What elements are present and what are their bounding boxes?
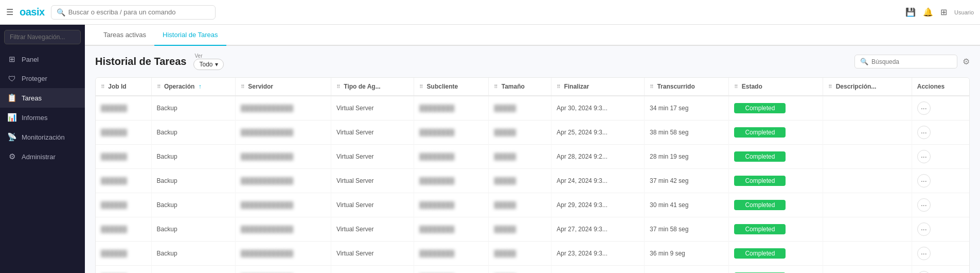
table-row: ██████ Backup ████████████ Virtual Serve… xyxy=(96,145,969,169)
action-button-7[interactable]: ··· xyxy=(917,271,931,273)
cell-estado-5: Completed xyxy=(729,217,823,242)
table-row: ██████ Backup ████████████ Virtual Serve… xyxy=(96,217,969,242)
col-header-tipo-ag: ⠿ Tipo de Ag... xyxy=(331,78,414,96)
cell-operacion-0: Backup xyxy=(151,96,235,121)
cell-servidor-4: ████████████ xyxy=(235,193,331,217)
cell-operacion-7: Backup xyxy=(151,266,235,274)
cell-descripcion-2 xyxy=(823,145,912,169)
sidebar-item-label-tareas: Tareas xyxy=(22,94,42,102)
tasks-table: ⠿ Job Id ⠿ Operación ↑ ⠿ Servidor xyxy=(96,78,969,273)
action-button-4[interactable]: ··· xyxy=(917,198,931,212)
cell-tamano-3: █████ xyxy=(489,169,551,193)
sidebar-item-label-informes: Informes xyxy=(22,114,48,122)
sidebar-item-panel[interactable]: ⊞ Panel xyxy=(0,49,85,69)
drag-handle-estado[interactable]: ⠿ xyxy=(734,84,738,90)
sidebar-item-label-panel: Panel xyxy=(22,56,39,63)
status-badge-4: Completed xyxy=(734,200,786,210)
action-button-0[interactable]: ··· xyxy=(917,101,931,115)
cell-tipo-ag-5: Virtual Server xyxy=(331,217,414,242)
status-badge-0: Completed xyxy=(734,103,786,113)
monitor-icon: 📡 xyxy=(7,132,16,142)
cell-operacion-6: Backup xyxy=(151,242,235,266)
cell-acciones-5: ··· xyxy=(912,217,969,242)
panel-icon: ⊞ xyxy=(7,55,16,64)
bell-icon[interactable]: 🔔 xyxy=(923,7,933,17)
sidebar-item-administrar[interactable]: ⚙ Administrar xyxy=(0,147,85,166)
table-search-input[interactable] xyxy=(871,58,952,65)
cell-tamano-1: █████ xyxy=(489,121,551,145)
cell-servidor-0: ████████████ xyxy=(235,96,331,121)
cell-transcurrido-5: 37 min 58 seg xyxy=(645,217,729,242)
cell-tipo-ag-1: Virtual Server xyxy=(331,121,414,145)
col-header-job-id: ⠿ Job Id xyxy=(96,78,151,96)
page-title: Historial de Tareas xyxy=(95,56,186,67)
action-button-1[interactable]: ··· xyxy=(917,126,931,139)
cell-tipo-ag-6: Virtual Server xyxy=(331,242,414,266)
table-row: ██████ Backup ████████████ Virtual Serve… xyxy=(96,169,969,193)
sidebar-item-monitorizacion[interactable]: 📡 Monitorización xyxy=(0,127,85,147)
cell-estado-0: Completed xyxy=(729,96,823,121)
grid-icon[interactable]: ⊞ xyxy=(940,7,947,17)
cell-subcliente-6: ████████ xyxy=(414,242,489,266)
save-icon[interactable]: 💾 xyxy=(905,7,916,17)
cell-tipo-ag-2: Virtual Server xyxy=(331,145,414,169)
cell-descripcion-5 xyxy=(823,217,912,242)
search-icon: 🔍 xyxy=(57,8,65,16)
cell-descripcion-7 xyxy=(823,266,912,274)
action-button-2[interactable]: ··· xyxy=(917,150,931,163)
cell-subcliente-5: ████████ xyxy=(414,217,489,242)
gear-icon[interactable]: ⚙ xyxy=(963,57,970,66)
drag-handle-servidor[interactable]: ⠿ xyxy=(241,84,244,90)
drag-handle-tamano[interactable]: ⠿ xyxy=(494,84,497,90)
tab-bar: Tareas activas Historial de Tareas xyxy=(85,25,980,46)
cell-acciones-3: ··· xyxy=(912,169,969,193)
menu-icon[interactable]: ☰ xyxy=(6,7,13,17)
cell-descripcion-4 xyxy=(823,193,912,217)
global-search-bar: 🔍 xyxy=(51,5,216,20)
drag-handle-subcliente[interactable]: ⠿ xyxy=(419,84,423,90)
cell-servidor-6: ████████████ xyxy=(235,242,331,266)
content-area: Tareas activas Historial de Tareas Histo… xyxy=(85,25,980,273)
cell-transcurrido-3: 37 min 42 seg xyxy=(645,169,729,193)
global-search-input[interactable] xyxy=(68,8,210,16)
sidebar-item-tareas[interactable]: 📋 Tareas xyxy=(0,88,85,108)
tab-active-tasks[interactable]: Tareas activas xyxy=(95,25,154,46)
cell-finalizar-6: Apr 23, 2024 9:3... xyxy=(551,242,645,266)
drag-handle-finalizar[interactable]: ⠿ xyxy=(557,84,560,90)
sidebar-filter-input[interactable] xyxy=(4,30,81,44)
col-header-subcliente: ⠿ Subcliente xyxy=(414,78,489,96)
cell-finalizar-5: Apr 27, 2024 9:3... xyxy=(551,217,645,242)
cell-estado-6: Completed xyxy=(729,242,823,266)
drag-handle-operacion[interactable]: ⠿ xyxy=(157,84,161,90)
col-header-acciones: Acciones xyxy=(912,78,969,96)
user-menu[interactable]: Usuario xyxy=(954,9,974,15)
cell-subcliente-3: ████████ xyxy=(414,169,489,193)
cell-subcliente-1: ████████ xyxy=(414,121,489,145)
sidebar-item-informes[interactable]: 📊 Informes xyxy=(0,108,85,127)
table-row: ██████ Backup ████████████ Virtual Serve… xyxy=(96,266,969,274)
action-button-6[interactable]: ··· xyxy=(917,247,931,260)
cell-estado-7: Completed xyxy=(729,266,823,274)
cell-finalizar-2: Apr 28, 2024 9:2... xyxy=(551,145,645,169)
tab-task-history[interactable]: Historial de Tareas xyxy=(154,25,226,46)
status-badge-5: Completed xyxy=(734,224,786,234)
cell-operacion-1: Backup xyxy=(151,121,235,145)
view-select[interactable]: Todo ▾ xyxy=(193,59,223,70)
table-row: ██████ Backup ████████████ Virtual Serve… xyxy=(96,193,969,217)
cell-subcliente-0: ████████ xyxy=(414,96,489,121)
drag-handle-descripcion[interactable]: ⠿ xyxy=(828,84,832,90)
sidebar-item-proteger[interactable]: 🛡 Proteger xyxy=(0,69,85,88)
cell-estado-4: Completed xyxy=(729,193,823,217)
sidebar-item-label-proteger: Proteger xyxy=(22,75,47,82)
drag-handle-tipo-ag[interactable]: ⠿ xyxy=(336,84,340,90)
cell-finalizar-3: Apr 24, 2024 9:3... xyxy=(551,169,645,193)
action-button-3[interactable]: ··· xyxy=(917,174,931,187)
main-layout: ⊞ Panel 🛡 Proteger 📋 Tareas 📊 Informes 📡… xyxy=(0,25,980,273)
col-header-operacion[interactable]: ⠿ Operación ↑ xyxy=(151,78,235,96)
drag-handle-job-id[interactable]: ⠿ xyxy=(101,84,104,90)
drag-handle-transcurrido[interactable]: ⠿ xyxy=(650,84,653,90)
action-button-5[interactable]: ··· xyxy=(917,223,931,236)
header-right: 🔍 ⚙ xyxy=(854,55,970,69)
cell-subcliente-4: ████████ xyxy=(414,193,489,217)
cell-transcurrido-2: 28 min 19 seg xyxy=(645,145,729,169)
